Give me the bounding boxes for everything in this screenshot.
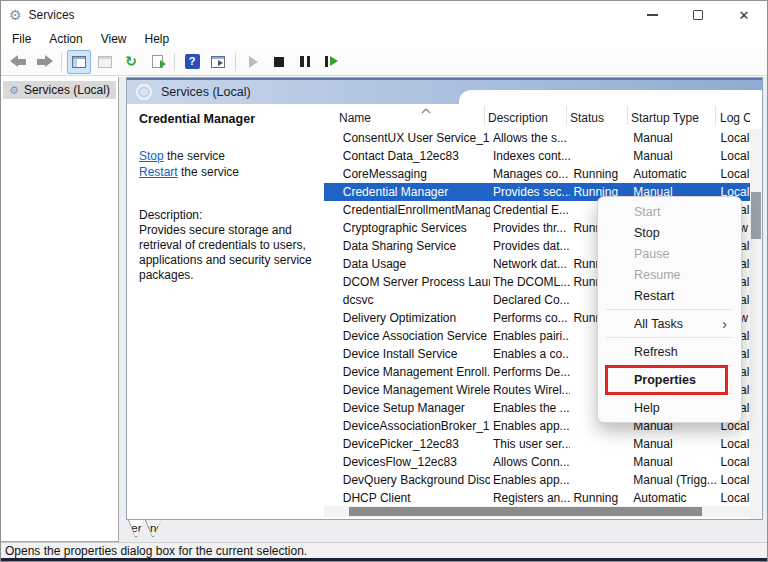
cell-name: DevicePicker_12ec83 [343,437,490,451]
sidebar-item-services-local[interactable]: ⚙ Services (Local) [3,81,116,99]
context-menu-item-all-tasks[interactable]: All Tasks [598,313,741,334]
service-row[interactable]: DevicePicker_12ec83This user ser...Manua… [324,435,752,453]
context-menu-item-resume[interactable]: Resume [598,264,741,285]
start-service-icon [249,56,258,68]
cell-startup: Manual [633,455,716,469]
show-console-tree-button[interactable] [67,50,91,74]
cell-logon: Local [721,455,752,469]
export-list-button[interactable] [145,50,169,74]
tab-extended[interactable]: Extended [128,520,144,537]
horizontal-scrollbar[interactable] [324,506,752,517]
column-header-status[interactable]: Status [567,106,628,125]
status-bar: Opens the properties dialog box for the … [1,542,767,558]
sidebar-item-label: Services (Local) [24,83,110,97]
context-menu-item-pause[interactable]: Pause [598,243,741,264]
vertical-scrollbar[interactable] [750,129,762,519]
cell-name: CoreMessaging [343,167,490,181]
cell-name: Data Sharing Service [343,239,490,253]
pane-header-title: Services (Local) [161,85,251,99]
toolbar [1,48,767,76]
selected-service-name: Credential Manager [139,112,324,126]
context-menu-item-start[interactable]: Start [598,201,741,222]
menu-separator [606,393,733,394]
cell-desc: This user ser... [493,437,570,451]
sort-ascending-icon[interactable] [420,108,432,114]
cell-logon: Local [721,437,752,451]
menu-separator [606,365,733,366]
cell-name: Delivery Optimization [343,311,490,325]
toolbar-separator [235,53,236,71]
column-header-description[interactable]: Description [485,106,567,125]
menu-view[interactable]: View [92,30,136,48]
menu-action[interactable]: Action [40,30,91,48]
vertical-scrollbar-thumb[interactable] [751,192,761,239]
column-header-name[interactable]: Name [339,106,485,125]
help-button[interactable] [180,50,204,74]
service-detail-panel: Credential Manager Stop the service Rest… [127,104,324,519]
menu-separator [606,309,733,310]
horizontal-scrollbar-thumb[interactable] [349,507,702,516]
restart-service-link[interactable]: Restart [139,165,178,179]
maximize-button[interactable] [675,1,721,29]
service-row[interactable]: ConsentUX User Service_12e...Allows the … [324,129,752,147]
forward-icon [36,55,53,68]
minimize-button[interactable] [629,1,675,29]
app-gear-icon: ⚙ [9,8,22,22]
cell-startup: Automatic [633,167,716,181]
cell-desc: Provides dat... [493,239,570,253]
cell-logon: Local [721,491,752,505]
column-header-startup-type[interactable]: Startup Type [628,106,716,125]
context-menu-item-help[interactable]: Help [598,397,741,418]
pause-service-button[interactable] [293,50,317,74]
cell-status: Running [573,491,630,505]
services-gear-icon: ⚙ [9,85,19,96]
pane-header-gear-icon [136,84,152,100]
context-menu-item-restart[interactable]: Restart [598,285,741,306]
restart-service-button[interactable] [319,50,343,74]
service-row[interactable]: CoreMessagingManages co...RunningAutomat… [324,165,752,183]
cell-desc: Enables a co... [493,347,570,361]
context-menu-item-refresh[interactable]: Refresh [598,341,741,362]
service-row[interactable]: DHCP ClientRegisters an...RunningAutomat… [324,489,752,507]
back-icon [10,55,27,68]
cell-name: DeviceAssociationBroker_12... [343,419,490,433]
cell-desc: Allows the s... [493,131,570,145]
cell-desc: Network dat... [493,257,570,271]
cell-desc: Enables app... [493,419,570,433]
cell-startup: Automatic [633,491,716,505]
show-action-pane-button[interactable] [206,50,230,74]
menu-help[interactable]: Help [136,30,179,48]
description-text: Provides secure storage and retrieval of… [139,223,337,283]
menu-file[interactable]: File [3,30,40,48]
properties-button[interactable] [93,50,117,74]
cell-name: Contact Data_12ec83 [343,149,490,163]
back-button[interactable] [6,50,30,74]
title-bar[interactable]: ⚙ Services ✕ [1,1,767,29]
context-menu-item-stop[interactable]: Stop [598,222,741,243]
start-service-button[interactable] [241,50,265,74]
refresh-button[interactable] [119,50,143,74]
column-header-log-on-as[interactable]: Log On As [716,111,750,125]
properties-highlight-box [605,365,728,395]
context-menu-item-properties[interactable]: Properties [598,369,741,390]
service-row[interactable]: Contact Data_12ec83Indexes cont...Manual… [324,147,752,165]
stop-service-suffix: the service [164,149,225,163]
cell-desc: Credential E... [493,203,570,217]
cell-name: DevQuery Background Disc... [343,473,490,487]
cell-startup: Manual [633,131,716,145]
tab-standard[interactable]: Standard [145,520,161,537]
cell-name: CredentialEnrollmentManag... [343,203,490,217]
forward-button[interactable] [32,50,56,74]
service-row[interactable]: DevicesFlow_12ec83Allows Conn...ManualLo… [324,453,752,471]
service-row[interactable]: DevQuery Background Disc...Enables app..… [324,471,752,489]
cell-name: Device Association Service [343,329,490,343]
cell-desc: Enables app... [493,473,570,487]
stop-service-button[interactable] [267,50,291,74]
cell-logon: Local [721,131,752,145]
menu-separator [606,337,733,338]
close-button[interactable]: ✕ [721,1,767,29]
view-tab-strip: ExtendedStandard [120,520,767,542]
stop-service-link[interactable]: Stop [139,149,164,163]
cell-name: DHCP Client [343,491,490,505]
stop-service-icon [274,57,284,67]
